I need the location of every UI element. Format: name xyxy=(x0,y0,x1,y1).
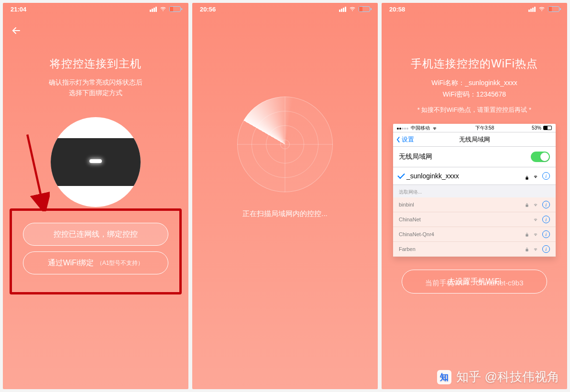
pane-wifi-hotspot: 20:58 手机连接控控的WiFi热点 WiFi名称：_sunloginkk_x… xyxy=(382,3,567,389)
svg-point-3 xyxy=(541,11,542,11)
pane-scanning: 20:56 正在扫描局域网内的控控... xyxy=(192,3,378,389)
wifi-strength-icon xyxy=(533,246,538,252)
ios-wifi-settings-screenshot: 中国移动 下午3:58 53% 设置 无线局域网 无线局域网 _sunlogin… xyxy=(393,124,556,257)
battery-icon xyxy=(359,6,370,12)
lock-icon xyxy=(525,232,529,237)
hotspot-note: * 如搜不到WiFi热点，请重置控控后再试 * xyxy=(382,106,567,114)
wifi-strength-icon xyxy=(533,217,538,222)
ios-battery-icon xyxy=(543,126,552,130)
info-icon[interactable]: i xyxy=(542,245,550,253)
signal-icon xyxy=(150,7,157,12)
battery-icon xyxy=(548,6,559,12)
page-title: 手机连接控控的WiFi热点 xyxy=(382,56,567,71)
svg-rect-5 xyxy=(526,205,528,207)
ios-back-button[interactable]: 设置 xyxy=(396,135,414,144)
ios-carrier: 中国移动 xyxy=(411,125,430,131)
bind-wired-button[interactable]: 控控已连网线，绑定控控 xyxy=(23,223,168,246)
status-right xyxy=(528,6,559,12)
status-time: 20:56 xyxy=(200,6,216,13)
status-right xyxy=(339,6,370,12)
ios-network-row[interactable]: Farbeni xyxy=(393,242,556,257)
info-icon[interactable]: i xyxy=(542,230,550,238)
status-bar: 20:58 xyxy=(382,3,567,15)
ios-wifi-selected-row[interactable]: _sunloginkk_xxxx i xyxy=(393,167,556,185)
svg-point-0 xyxy=(163,11,163,11)
ios-battery-percent: 53% xyxy=(532,125,541,131)
ios-other-networks: 选取网络... binbinliChinaNetiChinaNet-Qnr4iF… xyxy=(393,185,556,257)
info-icon[interactable]: i xyxy=(542,172,550,180)
ios-nav-title: 无线局域网 xyxy=(459,135,490,144)
pane-connect-device: 21:04 将控控连接到主机 确认指示灯为常亮或闪烁状态后 选择下面绑定方式 控… xyxy=(3,3,188,389)
status-bar: 20:56 xyxy=(192,3,378,15)
lock-icon xyxy=(525,247,529,251)
wifi-icon xyxy=(160,6,166,12)
ios-signal-dots-icon xyxy=(397,125,409,131)
svg-point-2 xyxy=(352,11,352,11)
device-illustration xyxy=(51,117,141,207)
radar-scanner xyxy=(237,97,333,192)
battery-icon xyxy=(169,6,181,12)
ios-network-row[interactable]: binbinli xyxy=(393,197,556,212)
bind-wifi-button[interactable]: 通过WiFi绑定 （A1型号不支持） xyxy=(23,251,168,274)
svg-rect-6 xyxy=(526,234,528,237)
page-title: 将控控连接到主机 xyxy=(3,56,188,71)
ios-network-row[interactable]: ChinaNet-Qnr4i xyxy=(393,227,556,242)
ios-clock: 下午3:58 xyxy=(475,125,494,131)
ios-wifi-toggle[interactable] xyxy=(531,152,550,162)
lock-icon xyxy=(525,174,529,178)
signal-icon xyxy=(339,7,346,12)
svg-rect-4 xyxy=(526,177,528,180)
ios-network-row[interactable]: ChinaNeti xyxy=(393,212,556,227)
info-icon[interactable]: i xyxy=(542,216,550,223)
wifi-icon xyxy=(538,6,545,12)
wifi-credentials: WiFi名称：_sunloginkk_xxxx WiFi密码：12345678 xyxy=(382,77,567,100)
ios-status-bar: 中国移动 下午3:58 53% xyxy=(393,124,556,132)
signal-icon xyxy=(528,7,536,12)
scanning-label: 正在扫描局域网内的控控... xyxy=(192,209,378,218)
status-right xyxy=(150,6,181,12)
status-time: 21:04 xyxy=(11,6,26,13)
wifi-strength-icon xyxy=(533,231,538,237)
status-time: 20:58 xyxy=(389,6,405,13)
goto-wifi-settings-button[interactable]: 去设置手机WiFi xyxy=(402,270,547,294)
ios-nav-bar: 设置 无线局域网 xyxy=(393,132,556,147)
wifi-strength-icon xyxy=(533,202,538,207)
page-subtitle: 确认指示灯为常亮或闪烁状态后 选择下面绑定方式 xyxy=(3,77,188,98)
wifi-strength-icon xyxy=(533,173,538,179)
ios-section-label: 选取网络... xyxy=(393,185,556,197)
svg-rect-7 xyxy=(526,249,528,251)
back-button[interactable] xyxy=(11,25,22,36)
lock-icon xyxy=(525,202,529,207)
ios-wifi-icon xyxy=(432,125,438,131)
info-icon[interactable]: i xyxy=(542,201,550,208)
status-bar: 21:04 xyxy=(3,3,188,15)
ios-wifi-toggle-row[interactable]: 无线局域网 xyxy=(393,147,556,167)
wifi-icon xyxy=(349,6,356,12)
annotation-arrow-icon xyxy=(24,130,50,211)
svg-line-1 xyxy=(27,134,43,204)
